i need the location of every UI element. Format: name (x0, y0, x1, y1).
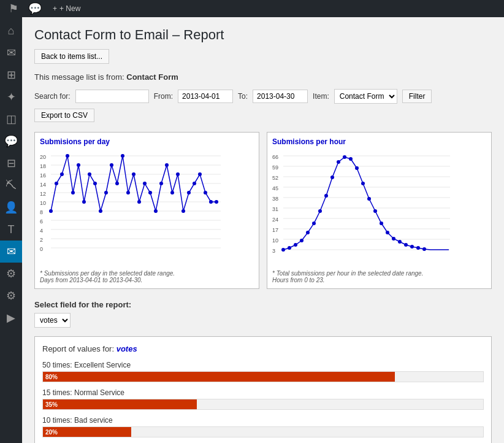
bar-item-1: 50 times: Excellent Service 80% (42, 361, 484, 382)
svg-text:20: 20 (40, 154, 46, 160)
message-source: This message list is from: Contact Form (34, 72, 492, 82)
daily-chart-svg: 20 18 16 14 12 10 8 6 4 2 0 (40, 150, 224, 266)
svg-point-76 (300, 239, 304, 242)
item-label: Item: (313, 92, 329, 101)
sidebar-item-media[interactable]: ◫ (0, 108, 22, 130)
sidebar-item-settings2[interactable]: ⚙ (0, 285, 22, 307)
bar-fill-1: 80% (43, 372, 395, 382)
svg-point-49 (198, 172, 202, 176)
sidebar-item-home[interactable]: ⌂ (0, 20, 22, 42)
svg-point-90 (386, 231, 389, 234)
sidebar-item-tools[interactable]: T (0, 218, 22, 241)
message-source-prefix: This message list is from: (34, 72, 124, 82)
svg-point-27 (77, 163, 80, 167)
sidebar-item-cf7[interactable]: ✉ (0, 241, 22, 263)
svg-point-26 (71, 191, 75, 195)
svg-point-22 (49, 209, 53, 213)
svg-text:12: 12 (40, 191, 46, 197)
sidebar-item-comments[interactable]: 💬 (0, 130, 22, 152)
svg-point-84 (349, 157, 353, 161)
search-input[interactable] (75, 90, 149, 103)
svg-text:4: 4 (40, 228, 43, 234)
filter-row: Search for: From: To: Item: Contact Form… (34, 89, 492, 122)
report-box: Report of values for: votes 50 times: Ex… (34, 336, 492, 443)
svg-point-45 (176, 172, 180, 176)
sidebar-item-settings[interactable]: ⚙ (0, 263, 22, 285)
svg-text:14: 14 (40, 182, 46, 188)
svg-text:6: 6 (40, 218, 43, 225)
charts-row: Submisions per day 20 18 16 14 12 10 8 6… (34, 132, 492, 289)
bar-item-3: 10 times: Bad service 20% (42, 416, 484, 437)
svg-point-33 (110, 163, 113, 167)
report-title-field: votes (116, 344, 137, 353)
svg-point-92 (398, 240, 402, 244)
svg-point-31 (99, 209, 102, 213)
bar-pct-1: 80% (45, 374, 58, 380)
svg-text:24: 24 (272, 217, 278, 223)
svg-point-28 (82, 200, 86, 204)
svg-text:18: 18 (40, 163, 46, 169)
svg-point-94 (410, 245, 414, 248)
svg-text:66: 66 (272, 154, 278, 160)
bar-pct-2: 35% (45, 401, 58, 408)
bar-label-3: 10 times: Bad service (42, 416, 484, 425)
back-button[interactable]: Back to items list... (34, 49, 109, 64)
svg-point-82 (337, 160, 340, 164)
svg-text:38: 38 (272, 196, 278, 202)
sidebar-item-appearance[interactable]: ⊟ (0, 152, 22, 174)
hourly-chart-svg: 66 59 52 45 38 31 24 17 10 3 (272, 150, 453, 266)
svg-text:45: 45 (272, 185, 278, 191)
sidebar-item-users[interactable]: 👤 (0, 196, 22, 218)
sidebar-item-plugins[interactable]: ⛏ (0, 174, 22, 196)
sidebar-item-dashboard[interactable]: ⊞ (0, 64, 22, 86)
svg-text:16: 16 (40, 172, 46, 179)
report-box-title: Report of values for: votes (42, 344, 484, 353)
comments-icon[interactable]: 💬 (25, 2, 45, 15)
svg-point-78 (312, 222, 316, 225)
sidebar-item-posts[interactable]: ✦ (0, 86, 22, 108)
daily-chart-title: Submisions per day (40, 137, 254, 146)
svg-point-44 (170, 191, 174, 195)
svg-text:10: 10 (272, 237, 278, 244)
bar-fill-2: 35% (43, 399, 197, 409)
daily-chart-caption: * Submissions per day in the selected da… (40, 270, 254, 283)
svg-text:10: 10 (40, 200, 46, 206)
svg-point-86 (361, 182, 365, 185)
svg-point-46 (181, 209, 185, 213)
wp-logo-icon[interactable]: ⚑ (5, 2, 22, 15)
filter-button[interactable]: Filter (402, 90, 432, 103)
svg-point-89 (380, 222, 383, 225)
svg-point-52 (215, 200, 218, 204)
svg-text:8: 8 (40, 209, 43, 215)
svg-point-32 (104, 191, 108, 195)
svg-point-39 (143, 182, 147, 185)
svg-text:0: 0 (40, 246, 43, 252)
svg-text:31: 31 (272, 206, 278, 212)
to-input[interactable] (253, 90, 308, 103)
from-input[interactable] (178, 90, 233, 103)
sidebar-item-mail[interactable]: ✉ (0, 42, 22, 64)
svg-point-47 (187, 191, 191, 195)
new-label: + New (59, 4, 80, 13)
svg-point-77 (306, 231, 310, 234)
search-label: Search for: (34, 92, 71, 101)
svg-point-73 (281, 248, 285, 252)
svg-point-42 (159, 182, 163, 185)
from-label: From: (154, 92, 173, 101)
bar-label-1: 50 times: Excellent Service (42, 361, 484, 369)
export-button[interactable]: Export to CSV (34, 109, 94, 122)
sidebar-item-play[interactable]: ▶ (0, 307, 22, 329)
svg-point-36 (126, 191, 130, 195)
new-button[interactable]: + + New (48, 4, 85, 13)
svg-point-85 (355, 166, 359, 170)
bar-track-3: 20% (42, 426, 484, 437)
daily-chart-box: Submisions per day 20 18 16 14 12 10 8 6… (34, 132, 259, 289)
svg-text:3: 3 (272, 248, 275, 254)
item-select[interactable]: Contact Form (334, 89, 397, 104)
field-select[interactable]: votes (34, 313, 71, 328)
svg-point-75 (294, 243, 297, 247)
message-source-value: Contact Form (126, 72, 178, 82)
sidebar: ⌂ ✉ ⊞ ✦ ◫ 💬 ⊟ ⛏ 👤 T ✉ ⚙ ⚙ ▶ (0, 17, 22, 443)
svg-point-96 (422, 247, 426, 251)
svg-point-35 (121, 154, 124, 158)
